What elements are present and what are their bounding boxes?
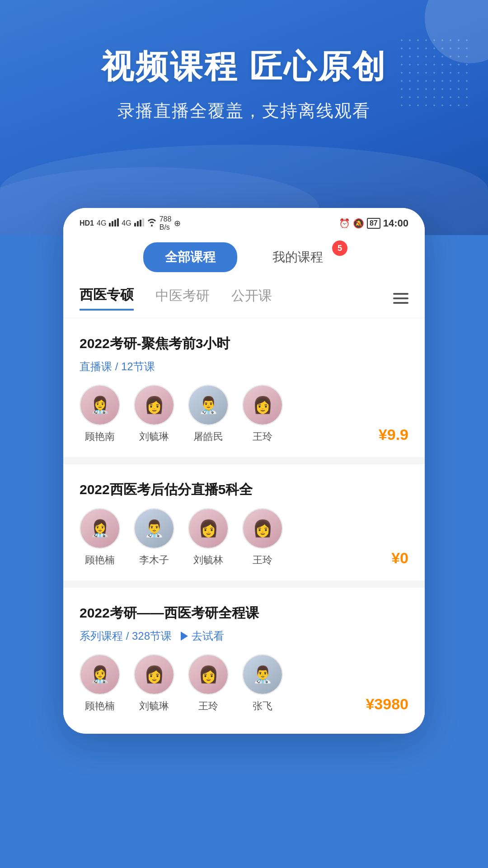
avatar-wang-ling-2: 👩 [242,508,283,549]
course-price-2: ¥0 [391,549,408,567]
tab-my-badge: 5 [332,241,347,256]
avatar-face: 👩 [135,655,174,694]
teacher-name-2-3: 刘毓林 [193,553,223,567]
teacher-name-2-1: 顾艳楠 [85,553,115,567]
cat-open[interactable]: 公开课 [231,287,272,310]
teacher-1-2: 👩 刘毓琳 [134,385,174,443]
avatar-face: 👩‍⚕️ [80,386,119,425]
cat-tcm[interactable]: 中医考研 [155,287,210,310]
course-list: 2022考研-聚焦考前3小时 直播课 / 12节课 👩‍⚕️ 顾艳南 👩 刘毓琳 [63,318,425,726]
teacher-name-3-2: 刘毓琳 [139,699,169,713]
hero-subtitle: 录播直播全覆盖，支持离线观看 [0,99,488,123]
avatar-face: 👨‍⚕️ [243,655,282,694]
menu-line-1 [393,293,408,295]
status-time: 14:00 [383,217,408,229]
signal-bars1 [109,218,119,229]
signal-4g2: 4G [122,219,131,227]
avatar-face: 👩‍⚕️ [80,509,119,548]
signal-bars2 [134,218,144,229]
avatar-face: 👩‍⚕️ [80,655,119,694]
course-title-3: 2022考研——西医考研全程课 [80,604,408,623]
avatar-tu-haomin: 👨‍⚕️ [188,385,229,425]
avatar-face: 👨‍⚕️ [135,509,174,548]
teacher-3-2: 👩 刘毓琳 [134,654,174,713]
teacher-name-3-3: 王玲 [198,699,218,713]
teacher-1-3: 👨‍⚕️ 屠皓民 [188,385,229,443]
svg-rect-7 [142,218,144,226]
teacher-1-1: 👩‍⚕️ 顾艳南 [80,385,120,443]
hero-text-container: 视频课程 匠心原创 录播直播全覆盖，支持离线观看 [0,0,488,123]
bottom-bg [0,734,488,824]
avatar-liu-yulin-3: 👩 [134,654,174,695]
course-card-3[interactable]: 2022考研——西医考研全程课 系列课程 / 328节课 去试看 👩‍⚕️ 顾艳… [63,588,425,726]
course-price-3: ¥3980 [366,695,408,713]
svg-rect-3 [117,218,119,226]
teacher-name-1-2: 刘毓琳 [139,430,169,443]
teachers-row-2: 👩‍⚕️ 顾艳楠 👨‍⚕️ 李木子 👩 刘毓林 [80,508,408,567]
alarm-icon: ⏰ [339,218,350,229]
cat-western[interactable]: 西医专硕 [80,286,134,311]
avatar-liu-yulin: 👩 [134,385,174,425]
avatar-face: 👨‍⚕️ [189,386,228,425]
svg-rect-2 [114,220,116,226]
course-meta-3: 系列课程 / 328节课 去试看 [80,629,408,643]
avatar-li-muzi: 👨‍⚕️ [134,508,174,549]
status-bar: HD1 4G 4G 788B/s ⊕ ⏰ 🔕 87 14:00 [63,208,425,235]
teacher-2-1: 👩‍⚕️ 顾艳楠 [80,508,120,567]
teacher-2-2: 👨‍⚕️ 李木子 [134,508,174,567]
course-type-3: 系列课程 / 328节课 [80,629,172,643]
course-card-2[interactable]: 2022西医考后估分直播5科全 👩‍⚕️ 顾艳楠 👨‍⚕️ 李木子 � [63,464,425,580]
teachers-row-3: 👩‍⚕️ 顾艳楠 👩 刘毓琳 👩 王玲 [80,654,408,713]
tab-my-label: 我的课程 [272,250,323,264]
avatar-wang-ling-3: 👩 [188,654,229,695]
teacher-name-1-4: 王玲 [253,430,272,443]
signal-4g1: 4G [97,219,106,227]
svg-rect-0 [109,223,111,226]
teacher-3-1: 👩‍⚕️ 顾艳楠 [80,654,120,713]
course-price-1: ¥9.9 [379,426,408,443]
tab-my-courses[interactable]: 我的课程 5 [251,242,345,272]
category-nav: 西医专硕 中医考研 公开课 [63,281,425,318]
avatar-wang-ling-1: 👩 [242,385,283,425]
play-icon [181,632,188,641]
teacher-3-3: 👩 王玲 [188,654,229,713]
avatar-gu-yannan-3: 👩‍⚕️ [80,654,120,695]
course-card-1[interactable]: 2022考研-聚焦考前3小时 直播课 / 12节课 👩‍⚕️ 顾艳南 👩 刘毓琳 [63,318,425,457]
teacher-name-2-2: 李木子 [139,553,169,567]
tab-all-courses[interactable]: 全部课程 [143,242,237,272]
avatar-face: 👩 [135,386,174,425]
trial-label: 去试看 [192,629,224,643]
menu-button[interactable] [393,293,408,304]
svg-rect-5 [137,221,139,226]
battery-icon: 87 [367,218,380,229]
avatar-face: 👩 [189,655,228,694]
menu-line-2 [393,297,408,299]
teacher-name-3-4: 张飞 [253,699,272,713]
teacher-1-4: 👩 王玲 [242,385,283,443]
tab-all-label: 全部课程 [165,250,216,264]
signal-hd1: HD1 [80,219,94,227]
avatar-zhang-fei: 👨‍⚕️ [242,654,283,695]
teacher-name-3-1: 顾艳楠 [85,699,115,713]
avatar-face: 👩 [243,386,282,425]
teacher-name-1-3: 屠皓民 [193,430,223,443]
teacher-name-2-4: 王玲 [253,553,272,567]
avatar-face: 👩 [243,509,282,548]
svg-rect-6 [140,220,141,226]
teacher-2-4: 👩 王玲 [242,508,283,567]
hero-title: 视频课程 匠心原创 [0,45,488,89]
course-trial-3[interactable]: 去试看 [181,629,224,643]
speed-text: 788B/s [160,215,172,231]
tab-bar: 全部课程 我的课程 5 [63,235,425,281]
status-right: ⏰ 🔕 87 14:00 [339,217,408,229]
teacher-name-1-1: 顾艳南 [85,430,115,443]
status-left: HD1 4G 4G 788B/s ⊕ [80,215,181,231]
avatar-gu-yannan: 👩‍⚕️ [80,385,120,425]
mute-icon: 🔕 [353,218,364,229]
avatar-gu-yannan-2: 👩‍⚕️ [80,508,120,549]
svg-rect-4 [134,223,136,226]
course-type-1: 直播课 / 12节课 [80,359,155,374]
hero-section: 视频课程 匠心原创 录播直播全覆盖，支持离线观看 [0,0,488,235]
data-icon: ⊕ [174,218,181,228]
svg-rect-1 [112,221,113,226]
